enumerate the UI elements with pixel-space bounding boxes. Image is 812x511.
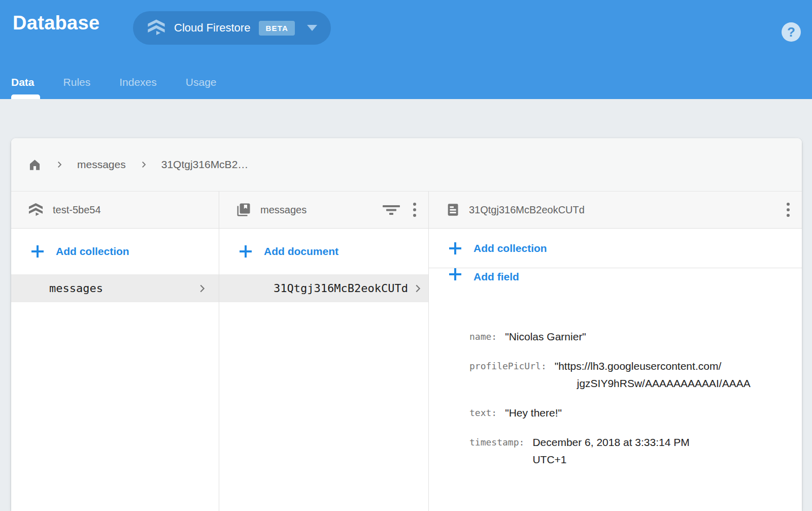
breadcrumb-item-document[interactable]: 31Qtgj316McB2…	[161, 158, 249, 171]
colon: :	[491, 328, 497, 345]
database-root-header: test-5be54	[11, 191, 219, 229]
column-collection: messages	[219, 191, 429, 511]
field-timestamp[interactable]: timestamp: December 6, 2018 at 3:33:14 P…	[469, 434, 802, 468]
colon: :	[519, 434, 525, 451]
help-icon: ?	[787, 24, 795, 40]
colon: :	[491, 404, 497, 422]
document-fields: name: "Nicolas Garnier" profilePicUrl: "…	[429, 321, 802, 468]
home-icon[interactable]	[28, 158, 42, 172]
add-field-button[interactable]: Add field	[429, 268, 802, 309]
chevron-right-icon	[196, 283, 208, 294]
collection-row-messages[interactable]: messages	[11, 274, 219, 302]
tab-bar: Data Rules Indexes Usage	[11, 66, 246, 99]
field-name[interactable]: name: "Nicolas Garnier"	[469, 328, 802, 345]
plus-icon	[449, 268, 461, 280]
document-row[interactable]: 31Qtgj316McB2eokCUTd	[219, 274, 428, 302]
field-text[interactable]: text: "Hey there!"	[469, 404, 802, 422]
field-value-line1: "https://lh3.googleusercontent.com/	[555, 358, 751, 375]
plus-icon	[31, 245, 44, 258]
filter-icon[interactable]	[383, 203, 400, 216]
tab-usage[interactable]: Usage	[186, 76, 217, 88]
add-document-button[interactable]: Add document	[219, 229, 428, 274]
product-switcher[interactable]: Cloud Firestore BETA	[133, 11, 331, 45]
beta-badge: BETA	[259, 21, 295, 36]
collection-name: messages	[260, 204, 307, 216]
firestore-data-panel: messages 31Qtgj316McB2… test-5be54	[11, 138, 802, 511]
plus-icon	[449, 242, 461, 254]
plus-icon	[240, 245, 252, 258]
add-collection-button[interactable]: Add collection	[11, 229, 219, 274]
column-document: 31Qtgj316McB2eokCUTd Add collection Add …	[429, 191, 802, 511]
document-header: 31Qtgj316McB2eokCUTd	[429, 191, 802, 229]
document-id: 31Qtgj316McB2eokCUTd	[469, 204, 585, 216]
field-value-line1: December 6, 2018 at 3:33:14 PM	[532, 434, 689, 451]
field-value: "https://lh3.googleusercontent.com/ jgzS…	[555, 358, 751, 392]
product-switcher-label: Cloud Firestore	[174, 21, 250, 35]
help-button[interactable]: ?	[782, 22, 801, 42]
breadcrumb: messages 31Qtgj316McB2…	[11, 138, 802, 191]
colon: :	[541, 358, 547, 375]
column-database-root: test-5be54 Add collection messages	[11, 191, 219, 511]
field-value-line2: jgzSIY9hRSw/AAAAAAAAAAI/AAAA	[555, 375, 751, 392]
chevron-right-icon	[55, 160, 64, 169]
active-tab-indicator	[11, 94, 40, 99]
add-collection-button[interactable]: Add collection	[429, 229, 802, 268]
field-value: "Hey there!"	[505, 404, 562, 422]
chevron-down-icon	[307, 25, 317, 31]
firestore-icon	[28, 202, 44, 218]
more-vert-icon[interactable]	[787, 203, 790, 217]
tab-rules[interactable]: Rules	[63, 76, 91, 88]
page-title: Database	[13, 12, 99, 34]
collection-icon	[236, 202, 251, 217]
document-icon	[446, 203, 460, 217]
tab-indexes[interactable]: Indexes	[119, 76, 157, 88]
tab-data[interactable]: Data	[11, 76, 35, 88]
chevron-right-icon	[412, 283, 423, 294]
firestore-icon	[147, 18, 166, 38]
field-value: December 6, 2018 at 3:33:14 PM UTC+1	[532, 434, 689, 468]
more-vert-icon[interactable]	[413, 203, 416, 217]
breadcrumb-item-collection[interactable]: messages	[77, 158, 126, 171]
field-value: "Nicolas Garnier"	[505, 328, 586, 345]
chevron-right-icon	[139, 160, 148, 169]
database-name: test-5be54	[53, 204, 101, 216]
app-header: Database Cloud Firestore BETA ? Data Rul…	[0, 0, 812, 99]
field-profilePicUrl[interactable]: profilePicUrl: "https://lh3.googleuserco…	[469, 358, 802, 392]
collection-header: messages	[219, 191, 428, 229]
field-value-line2: UTC+1	[532, 451, 689, 468]
